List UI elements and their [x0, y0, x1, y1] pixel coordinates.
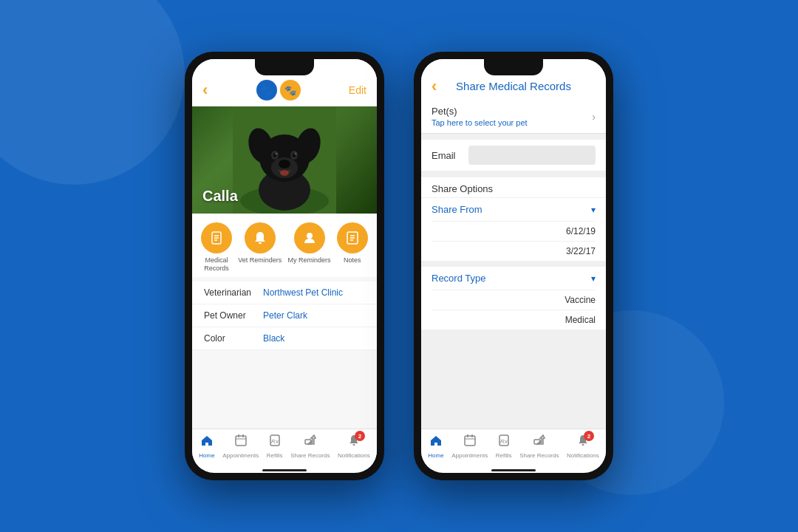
appointments-icon [234, 434, 248, 451]
notifications-badge: 2 [355, 431, 365, 441]
vet-reminders-label: Vet Reminders [238, 256, 282, 265]
share-icon-2 [533, 434, 546, 451]
notch-1 [255, 59, 314, 75]
nav-refills-label: Refills [267, 452, 283, 459]
notifications-icon-2: 2 [576, 434, 590, 451]
edit-button[interactable]: Edit [349, 84, 366, 96]
vet-label: Veterinarian [204, 287, 263, 298]
pets-subtitle: Tap here to select your pet [432, 118, 528, 127]
phone-2: ‹ Share Medical Records Pet(s) Tap here … [414, 52, 613, 480]
nav-notifications-label: Notifications [338, 452, 370, 459]
email-input[interactable] [468, 146, 596, 165]
home-indicator-2 [491, 469, 536, 471]
svg-text:Rx: Rx [500, 438, 508, 445]
share-content: Pet(s) Tap here to select your pet › Ema… [421, 100, 606, 429]
phone-1: ‹ 🐾 🐾 Edit [185, 52, 384, 480]
email-row: Email [421, 140, 606, 171]
pet-icon: 🐾 [280, 80, 301, 100]
nav-share-label: Share Records [290, 452, 330, 459]
nav2-appointments-label: Appointments [451, 452, 488, 459]
date-option-2[interactable]: 3/22/17 [432, 241, 596, 261]
pet-name: Calla [202, 188, 238, 205]
nav-refills[interactable]: Rx Refills [267, 434, 283, 459]
notifications-badge-2: 2 [584, 431, 594, 441]
nav-appointments-label: Appointments [222, 452, 259, 459]
pets-label: Pet(s) [432, 106, 528, 117]
back-button-2[interactable]: ‹ [432, 77, 437, 96]
page-title: Share Medical Records [456, 80, 571, 92]
dog-illustration [233, 106, 336, 214]
vet-reminders-icon [245, 222, 276, 253]
action-buttons: MedicalRecords Vet Reminders My Reminder… [192, 214, 377, 277]
nav2-share[interactable]: Share Records [519, 434, 559, 459]
pet-image-container: Calla [192, 106, 377, 214]
share-from-row[interactable]: Share From ▾ [421, 197, 606, 221]
share-options-section: Share Options Share From ▾ 6/12/19 3/22/… [421, 177, 606, 261]
back-button[interactable]: ‹ [202, 81, 208, 100]
svg-text:Rx: Rx [271, 438, 279, 445]
pet-image: Calla [192, 106, 377, 214]
appointments-icon-2 [463, 434, 477, 451]
date-options: 6/12/19 3/22/17 [421, 221, 606, 261]
notifications-icon: 2 [347, 434, 361, 451]
nav2-refills[interactable]: Rx Refills [496, 434, 512, 459]
nav-home[interactable]: Home [199, 434, 214, 459]
nav-appointments[interactable]: Appointments [222, 434, 259, 459]
nav2-notifications-label: Notifications [567, 452, 599, 459]
record-type-section: Record Type ▾ Vaccine Medical [421, 267, 606, 330]
nav-share[interactable]: Share Records [290, 434, 330, 459]
record-options: Vaccine Medical [421, 290, 606, 330]
nav2-home[interactable]: Home [428, 434, 443, 459]
date-option-1[interactable]: 6/12/19 [432, 221, 596, 241]
record-type-chevron: ▾ [591, 273, 596, 284]
home-icon-2 [429, 434, 443, 451]
nav2-refills-label: Refills [496, 452, 512, 459]
svg-rect-40 [582, 444, 584, 446]
share-from-chevron: ▾ [591, 205, 596, 215]
nav2-appointments[interactable]: Appointments [451, 434, 488, 459]
my-reminders-label: My Reminders [288, 256, 331, 265]
pet-info: Veterinarian Northwest Pet Clinic Pet Ow… [192, 277, 377, 429]
header-icons: 🐾 🐾 [256, 80, 301, 100]
home-icon [200, 434, 214, 451]
share-icon [304, 434, 317, 451]
svg-point-20 [307, 233, 313, 239]
bottom-nav-2: Home Appointments Rx Refills Share Recor… [421, 429, 606, 469]
refills-icon-2: Rx [497, 434, 511, 451]
svg-point-11 [295, 152, 297, 154]
notes-icon [337, 222, 368, 253]
pets-info: Pet(s) Tap here to select your pet [432, 106, 528, 127]
email-label: Email [432, 150, 461, 161]
vet-icon: 🐾 [256, 80, 277, 100]
record-type-row[interactable]: Record Type ▾ [421, 267, 606, 290]
info-row-color: Color Black [192, 327, 377, 350]
medical-records-label: MedicalRecords [204, 256, 229, 273]
vet-reminders-btn[interactable]: Vet Reminders [238, 222, 282, 273]
record-option-vaccine[interactable]: Vaccine [432, 290, 596, 310]
info-row-vet: Veterinarian Northwest Pet Clinic [192, 282, 377, 304]
home-indicator [262, 469, 307, 471]
record-option-medical[interactable]: Medical [432, 310, 596, 330]
owner-value[interactable]: Peter Clark [263, 310, 307, 321]
medical-records-btn[interactable]: MedicalRecords [201, 222, 232, 273]
nav-notifications[interactable]: 2 Notifications [338, 434, 370, 459]
svg-rect-32 [352, 444, 355, 446]
notes-btn[interactable]: Notes [337, 222, 368, 273]
my-reminders-btn[interactable]: My Reminders [288, 222, 331, 273]
svg-rect-33 [465, 436, 475, 446]
share-options-header: Share Options [421, 177, 606, 197]
color-value[interactable]: Black [263, 333, 284, 344]
owner-label: Pet Owner [204, 310, 263, 321]
refills-icon: Rx [268, 434, 282, 451]
svg-point-13 [279, 160, 290, 168]
info-row-owner: Pet Owner Peter Clark [192, 304, 377, 327]
pets-section[interactable]: Pet(s) Tap here to select your pet › [421, 100, 606, 134]
my-reminders-icon [294, 222, 325, 253]
svg-rect-25 [236, 436, 246, 446]
record-type-label: Record Type [432, 273, 485, 284]
nav2-notifications[interactable]: 2 Notifications [567, 434, 599, 459]
nav2-share-label: Share Records [519, 452, 559, 459]
pets-chevron: › [592, 111, 596, 123]
vet-value[interactable]: Northwest Pet Clinic [263, 287, 343, 298]
share-from-label: Share From [432, 204, 482, 215]
